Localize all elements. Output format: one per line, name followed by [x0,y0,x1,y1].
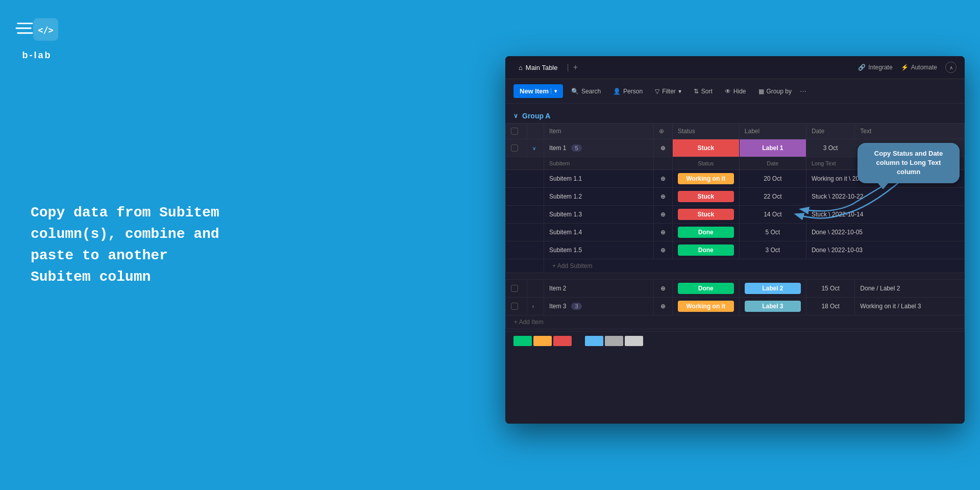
tab-left: ⌂ Main Table | + [513,62,578,74]
sub11-indent [506,170,544,188]
add-subitem-row[interactable]: + Add Subitem [506,259,965,273]
sub15-name: Subitem 1.5 [544,241,654,259]
item2-text: Done / Label 2 [855,280,965,298]
sub12-status: Stuck [672,188,739,206]
person-icon: 👤 [613,88,621,95]
item3-expand[interactable]: › [527,298,544,315]
subitem-col-date: Date [739,157,806,170]
table-row: Item 2 ⊕ Done Label 2 15 Oct Done / Labe… [506,280,965,298]
header-text: Text [855,124,965,139]
item1-add[interactable]: ⊕ [653,139,672,157]
item1-status: Stuck [672,139,739,157]
table-row: Subitem 1.4 ⊕ Done 5 Oct Done \ 2022-10-… [506,224,965,241]
item1-expand[interactable]: ∨ [527,139,544,157]
group-a-label: Group A [522,112,550,120]
sub13-status-badge: Stuck [678,209,734,220]
tab-right: 🔗 Integrate ⚡ Automate ∧ [858,62,957,73]
tab-main-table-label: Main Table [526,64,558,71]
header-item: Item [544,124,654,139]
item2-status: Done [672,280,739,298]
item2-label-badge: Label 2 [745,283,801,294]
add-subitem-label[interactable]: + Add Subitem [544,259,965,273]
add-item-row[interactable]: + Add Item [506,315,965,329]
table-row: Subitem 1.2 ⊕ Stuck 22 Oct Stuck \ 2022-… [506,188,965,206]
item3-status-badge: Working on it [678,301,734,312]
sort-button[interactable]: ⇅ Sort [690,85,717,97]
sub11-status: Working on it [672,170,739,188]
item3-status: Working on it [672,298,739,315]
item1-date: 3 Oct [806,139,854,157]
color-swatches [505,331,965,350]
sub13-indent [506,206,544,224]
search-label: Search [581,88,601,95]
new-item-label: New Item [520,87,549,95]
new-item-button[interactable]: New Item ▾ [513,84,563,98]
add-tab-button[interactable]: + [573,63,578,72]
person-button[interactable]: 👤 Person [609,85,647,97]
person-label: Person [623,88,643,95]
search-button[interactable]: 🔍 Search [567,85,605,97]
add-item-label[interactable]: + Add Item [506,315,965,329]
sub15-status: Done [672,241,739,259]
integrate-label: Integrate [868,64,892,71]
header-status: Status [672,124,739,139]
filter-button[interactable]: ▽ Filter ▾ [651,85,685,97]
more-options-button[interactable]: ··· [800,87,806,96]
sub15-status-badge: Done [678,244,734,256]
tab-main-table[interactable]: ⌂ Main Table [513,62,563,74]
group-a-header[interactable]: ∨ Group A [505,109,965,123]
groupby-label: Group by [767,88,792,95]
svg-text:</>: </> [38,25,54,35]
item2-date: 15 Oct [806,280,854,298]
collapse-button[interactable]: ∧ [945,62,957,73]
item1-name: Item 1 [549,144,566,152]
tab-divider: | [567,63,569,72]
groupby-button[interactable]: ▦ Group by [754,85,796,97]
item2-checkbox[interactable] [506,280,527,298]
item3-name: Item 3 [549,303,566,310]
swatch-gray [605,336,623,346]
sub14-add[interactable]: ⊕ [653,224,672,241]
groupby-icon: ▦ [758,88,764,95]
sub11-add[interactable]: ⊕ [653,170,672,188]
sub15-longtext: Done \ 2022-10-03 [806,241,964,259]
app-window: ⌂ Main Table | + 🔗 Integrate ⚡ Automate … [505,56,965,424]
item2-status-badge: Done [678,283,734,294]
sub12-indent [506,188,544,206]
hide-button[interactable]: 👁 Hide [721,85,750,97]
sub12-add[interactable]: ⊕ [653,188,672,206]
swatch-orange [533,336,552,346]
automate-label: Automate [911,64,937,71]
sub14-name: Subitem 1.4 [544,224,654,241]
integrate-button[interactable]: 🔗 Integrate [858,64,892,71]
swatch-green [513,336,532,346]
filter-dropdown: ▾ [678,88,681,95]
filter-icon: ▽ [655,88,659,95]
item2-add[interactable]: ⊕ [653,280,672,298]
integrate-icon: 🔗 [858,64,866,71]
sub13-add[interactable]: ⊕ [653,206,672,224]
automate-button[interactable]: ⚡ Automate [901,64,937,71]
item2-name-cell: Item 2 [544,280,654,298]
item3-checkbox[interactable] [506,298,527,315]
sort-label: Sort [701,88,713,95]
item3-date: 18 Oct [806,298,854,315]
chevron-right-icon: › [532,304,534,309]
item2-expand [527,280,544,298]
sub14-indent [506,224,544,241]
sub12-date: 22 Oct [739,188,806,206]
hide-icon: 👁 [725,88,731,95]
header-label: Label [739,124,806,139]
item3-add[interactable]: ⊕ [653,298,672,315]
separator-row [506,273,965,280]
sub13-longtext: Stuck \ 2022-10-14 [806,206,964,224]
item3-name-cell: Item 3 3 [544,298,654,315]
sub15-add[interactable]: ⊕ [653,241,672,259]
item1-checkbox[interactable] [506,139,527,157]
header-checkbox[interactable] [506,124,527,139]
sort-icon: ⇅ [694,88,699,95]
item3-badge: 3 [571,303,581,310]
header-add[interactable]: ⊕ [653,124,672,139]
sub11-date: 20 Oct [739,170,806,188]
item1-label-badge: Label 1 [745,142,801,154]
